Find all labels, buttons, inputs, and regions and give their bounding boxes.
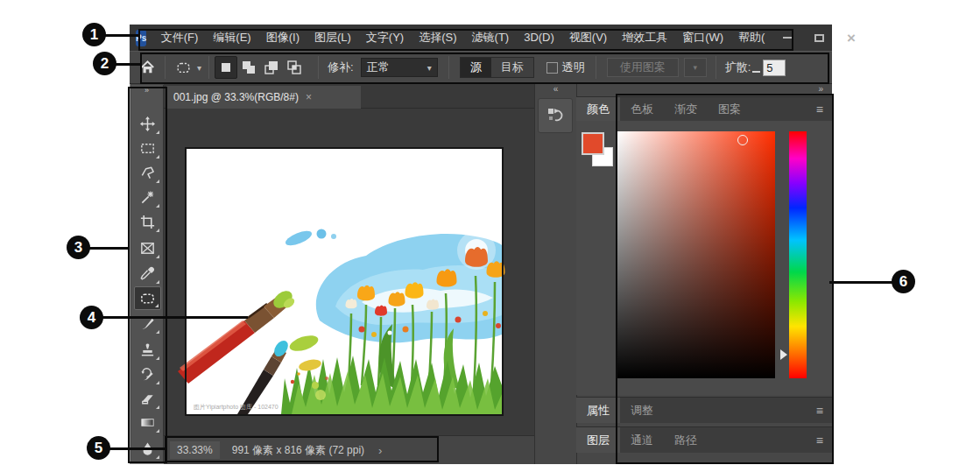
eyedropper-tool[interactable] [134, 262, 161, 285]
zoom-level-field[interactable]: 33.33% [170, 441, 220, 459]
menu-help[interactable]: 帮助( [731, 25, 772, 51]
status-chevron-icon[interactable]: › [378, 444, 382, 457]
pattern-picker-dropdown[interactable]: ▾ [684, 58, 707, 77]
annotation-line-1 [105, 34, 139, 37]
collapsed-panel-column: « [534, 84, 576, 464]
photoshop-logo-icon: Ps [136, 30, 146, 46]
annotation-line-6 [829, 281, 893, 284]
target-button[interactable]: 目标 [491, 58, 533, 77]
diffusion-input[interactable]: 5 [763, 60, 786, 76]
clone-stamp-tool[interactable] [134, 338, 161, 362]
diffusion-label: 扩散: [725, 60, 751, 75]
close-icon: × [847, 31, 856, 46]
annotation-marker-2: 2 [93, 52, 116, 75]
magic-wand-tool[interactable] [134, 186, 161, 209]
color-picker-ring[interactable] [737, 135, 748, 145]
add-selection-icon [241, 60, 257, 75]
close-button[interactable]: × [835, 25, 867, 51]
annotation-marker-6: 6 [892, 270, 915, 293]
maximize-icon [814, 34, 824, 42]
menu-edit[interactable]: 编辑(E) [206, 25, 258, 51]
annotation-line-2 [116, 63, 142, 66]
menu-3d[interactable]: 3D(D) [517, 25, 562, 51]
menu-type[interactable]: 文字(Y) [358, 25, 411, 51]
home-button[interactable] [135, 55, 159, 80]
status-bar: 33.33% 991 像素 x 816 像素 (72 ppi) › [164, 435, 534, 464]
use-pattern-button[interactable]: 使用图案 [607, 58, 679, 77]
patch-mode-value: 正常 [367, 60, 390, 75]
menu-filter[interactable]: 滤镜(T) [464, 25, 517, 51]
patch-preset-icon [175, 60, 192, 75]
eraser-tool[interactable] [134, 387, 161, 411]
move-tool[interactable] [134, 112, 161, 136]
menu-bar: 文件(F) 编辑(E) 图像(I) 图层(L) 文字(Y) 选择(S) 滤镜(T… [153, 25, 772, 51]
subtract-from-selection-button[interactable] [260, 56, 283, 79]
expand-panels-button[interactable]: « [535, 84, 576, 95]
annotation-line-5 [109, 447, 166, 450]
menu-layer[interactable]: 图层(L) [307, 25, 358, 51]
tab-channels[interactable]: 通道 [620, 427, 664, 453]
color-panel-tab-row: 颜色 色板 渐变 图案 ≡ [576, 96, 832, 121]
canvas-image[interactable]: 图片Yipiartphoto 图库 - 102470 [187, 149, 502, 414]
document-tab[interactable]: 001.jpg @ 33.3%(RGB/8#) × [166, 86, 361, 109]
source-button[interactable]: 源 [461, 58, 491, 77]
minimize-icon [783, 37, 793, 39]
menu-image[interactable]: 图像(I) [258, 25, 307, 51]
history-panel-button[interactable] [538, 98, 573, 133]
minimize-button[interactable] [772, 25, 804, 51]
tool-options-bar: ▾ 修补: 正常 ▾ [130, 51, 832, 84]
flower-artwork: 图片Yipiartphoto 图库 - 102470 [187, 149, 502, 414]
patch-mode-dropdown[interactable]: 正常 ▾ [361, 58, 438, 77]
foreground-color-swatch[interactable] [582, 132, 604, 155]
document-tab-title: 001.jpg @ 33.3%(RGB/8#) [173, 91, 299, 103]
window-controls: × [772, 25, 867, 51]
panel-menu-icon[interactable]: ≡ [816, 398, 832, 423]
intersect-selection-icon [286, 60, 302, 75]
toolbar-collapse-button[interactable]: » [131, 85, 163, 97]
layers-panel-tab-row: 图层 通道 路径 ≡ [576, 426, 832, 453]
rectangular-marquee-tool[interactable] [134, 137, 161, 160]
tab-patterns[interactable]: 图案 [708, 97, 751, 121]
panel-menu-icon[interactable]: ≡ [816, 97, 832, 121]
annotation-marker-3: 3 [67, 236, 90, 259]
intersect-selection-button[interactable] [283, 56, 306, 79]
frame-tool[interactable] [134, 236, 161, 260]
tab-paths[interactable]: 路径 [664, 427, 708, 453]
lasso-tool[interactable] [134, 161, 161, 185]
menu-file[interactable]: 文件(F) [153, 25, 206, 51]
patch-tool[interactable] [134, 286, 161, 310]
saturation-brightness-field[interactable] [617, 131, 775, 378]
page: Ps 文件(F) 编辑(E) 图像(I) 图层(L) 文字(Y) 选择(S) 滤… [0, 0, 980, 472]
history-brush-tool[interactable] [134, 363, 161, 386]
history-panel-icon [546, 106, 565, 125]
transparent-option: 透明 [546, 60, 585, 75]
new-selection-button[interactable] [215, 56, 237, 79]
maximize-button[interactable] [804, 25, 835, 51]
hue-slider-handle[interactable] [780, 349, 787, 360]
tab-gradients[interactable]: 渐变 [664, 97, 708, 121]
tab-color[interactable]: 颜色 [576, 97, 620, 121]
menu-select[interactable]: 选择(S) [412, 25, 464, 51]
tab-adjustments[interactable]: 调整 [620, 398, 664, 423]
patch-label: 修补: [328, 60, 354, 75]
divider [165, 56, 166, 79]
patch-tool-preset-button[interactable] [171, 55, 195, 80]
menu-plugins[interactable]: 增效工具 [615, 25, 675, 51]
gradient-tool[interactable] [134, 411, 161, 434]
menu-window[interactable]: 窗口(W) [675, 25, 731, 51]
crop-tool[interactable] [134, 210, 161, 234]
collapse-panels-button[interactable]: » [576, 84, 832, 95]
hue-slider-bar[interactable] [789, 131, 807, 378]
annotation-line-4 [102, 316, 248, 319]
transparent-checkbox[interactable] [546, 62, 558, 74]
scrubby-slider-icon[interactable] [752, 63, 760, 73]
tab-close-icon[interactable]: × [306, 91, 312, 103]
title-bar: Ps 文件(F) 编辑(E) 图像(I) 图层(L) 文字(Y) 选择(S) 滤… [130, 25, 832, 51]
add-to-selection-button[interactable] [237, 56, 260, 79]
tab-swatches[interactable]: 色板 [620, 97, 664, 121]
menu-view[interactable]: 视图(V) [561, 25, 614, 51]
panel-menu-icon[interactable]: ≡ [816, 427, 832, 453]
preset-chevron-icon[interactable]: ▾ [197, 63, 201, 73]
tab-layers[interactable]: 图层 [576, 427, 620, 453]
tab-properties[interactable]: 属性 [576, 398, 620, 423]
